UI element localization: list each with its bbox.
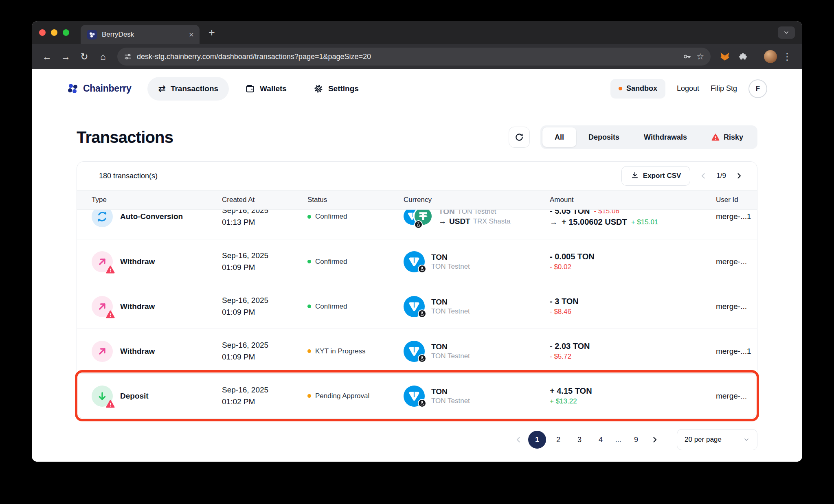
berrydesk-favicon-icon [87,30,97,39]
warning-triangle-icon [711,134,720,141]
table-row-highlighted[interactable]: Deposit Sep-16, 2025 01:02 PM Pending Ap… [77,373,757,418]
table-row[interactable]: Auto-Conversion Sep-16, 2025 01:13 PM Co… [77,210,757,239]
download-icon [631,171,639,181]
testnet-badge-icon [418,265,426,273]
status-dot-icon [307,394,311,398]
page-size-select[interactable]: 20 per page [677,429,757,450]
transaction-type: Auto-Conversion [120,212,183,221]
status-cell: Confirmed [293,239,389,284]
password-key-icon[interactable] [683,52,691,61]
tab-list-chevron-button[interactable] [778,26,795,39]
main-nav: ⇄ Transactions Wallets Settings [147,77,369,101]
back-button[interactable]: ← [38,48,55,65]
arrow-right-icon: → [550,218,557,227]
amount-cell: - 2.03 TON - $5.72 [535,329,701,373]
ton-usdt-coin-icons [404,210,432,228]
extensions-puzzle-icon[interactable] [735,48,752,65]
ton-coin-icon [404,341,425,362]
testnet-badge-icon [418,309,426,318]
window-zoom-button[interactable] [63,29,69,36]
user-id-cell: merge-...1 [701,329,757,373]
deposit-risky-icon [92,386,113,407]
card-header-actions: Export CSV 1/9 [621,166,743,186]
created-at-cell: Sep-16, 2025 01:09 PM [207,284,293,329]
nav-transactions[interactable]: ⇄ Transactions [147,77,229,101]
transactions-card: 180 transaction(s) Export CSV [77,161,757,419]
nav-wallets-label: Wallets [260,84,287,93]
refresh-button[interactable] [509,127,530,148]
table-row[interactable]: Withdraw Sep-16, 2025 01:09 PM Confirmed [77,239,757,284]
title-row: Transactions All Deposits Withdrawals [77,125,757,149]
status-dot-icon [307,215,311,219]
metamask-extension-icon[interactable] [716,48,733,65]
currency-cell: TON TON Testnet [389,374,535,418]
pagination-prev-chevron-icon[interactable] [512,436,525,444]
tab-close-icon[interactable]: × [189,30,194,39]
new-tab-button[interactable]: + [208,26,215,39]
column-type: Type [77,191,207,209]
window-close-button[interactable] [39,29,46,36]
site-settings-icon[interactable] [124,53,132,61]
tab-withdrawals[interactable]: Withdrawals [632,127,699,147]
home-button[interactable]: ⌂ [94,48,112,65]
nav-settings-label: Settings [328,84,359,93]
chevron-down-icon [743,436,750,443]
created-at-cell: Sep-16, 2025 01:09 PM [207,329,293,373]
page-button-1[interactable]: 1 [528,431,546,449]
table-header: Type Created At Status Currency Amount U… [77,190,757,210]
user-id-cell: merge-... [701,374,757,418]
sandbox-dot-icon [619,87,622,90]
status-cell: Confirmed [293,210,389,239]
browser-tab[interactable]: BerryDesk × [81,25,200,44]
risk-warning-icon [106,400,115,408]
next-page-chevron-icon[interactable] [735,172,743,180]
user-name: Filip Stg [711,84,737,93]
bookmark-star-icon[interactable]: ☆ [696,52,704,61]
nav-settings[interactable]: Settings [303,77,369,101]
amount-cell: - 5.05 TON - $15.06 → + 15.00602 USDT + … [535,210,701,239]
forward-button[interactable]: → [57,48,74,65]
user-id-cell: merge-... [701,239,757,284]
page-button-3[interactable]: 3 [571,431,588,449]
chainberry-logo[interactable]: Chainberry [67,83,131,95]
column-currency: Currency [389,191,535,209]
currency-cell: TON TON Testnet → USDT TRX Shasta [389,210,535,239]
nav-wallets[interactable]: Wallets [235,77,297,101]
ton-coin-icon [404,296,425,317]
page-button-4[interactable]: 4 [592,431,610,449]
tab-risky[interactable]: Risky [699,127,755,147]
user-avatar[interactable]: F [748,79,767,98]
user-id-cell: merge-... [701,284,757,329]
withdraw-icon [92,341,113,362]
prev-page-chevron-icon[interactable] [699,172,707,180]
table-row[interactable]: Withdraw Sep-16, 2025 01:09 PM Confirmed [77,284,757,329]
user-id-cell: merge-...1 [701,210,757,239]
page-title: Transactions [77,128,173,147]
reload-button[interactable]: ↻ [76,48,93,65]
pagination-ellipsis: ... [613,431,624,449]
browser-menu-icon[interactable]: ⋮ [779,48,796,65]
address-bar[interactable]: desk-stg.chainberry.com/dashboard/transa… [117,48,711,66]
status-dot-icon [307,260,311,263]
risk-warning-icon [106,310,115,318]
page-button-2[interactable]: 2 [549,431,567,449]
page-button-9[interactable]: 9 [627,431,645,449]
chainberry-berry-icon [67,83,79,95]
browser-profile-avatar[interactable] [764,50,777,63]
logout-button[interactable]: Logout [677,84,699,93]
window-controls [39,29,69,36]
column-user-id: User Id [701,191,757,209]
pagination-next-chevron-icon[interactable] [648,436,661,444]
app-page: Chainberry ⇄ Transactions Wallets [32,69,802,462]
currency-cell: TON TON Testnet [389,239,535,284]
column-created-at: Created At [207,191,293,209]
tab-all[interactable]: All [542,127,576,147]
export-csv-button[interactable]: Export CSV [621,166,691,186]
currency-cell: TON TON Testnet [389,284,535,329]
tab-deposits[interactable]: Deposits [576,127,632,147]
created-at-cell: Sep-16, 2025 01:02 PM [207,374,293,418]
transaction-type: Deposit [120,392,149,401]
url-text[interactable]: desk-stg.chainberry.com/dashboard/transa… [137,53,678,61]
table-row[interactable]: Withdraw Sep-16, 2025 01:09 PM KYT in Pr… [77,329,757,373]
window-minimize-button[interactable] [51,29,57,36]
